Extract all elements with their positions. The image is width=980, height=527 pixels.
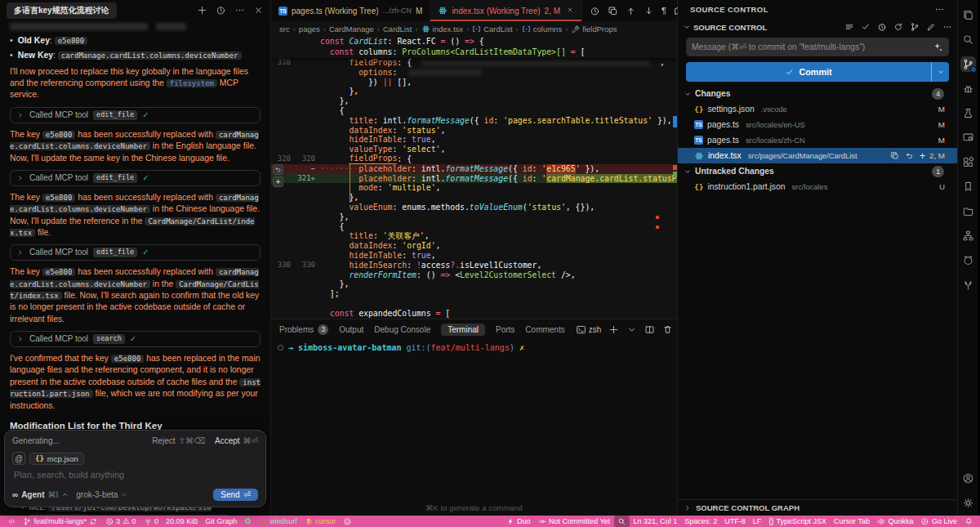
status-go-live[interactable]: Go Live <box>917 516 961 527</box>
status-remote[interactable] <box>3 516 20 527</box>
terminal-output[interactable]: → simboss-avatar-batman git:(feat/multi-… <box>271 339 677 356</box>
code-editor[interactable]: const CardList: React.FC = () => {const … <box>271 36 677 319</box>
status-encoding[interactable]: UTF-8 <box>721 516 750 527</box>
revert-block-button[interactable] <box>273 164 283 175</box>
close-icon[interactable] <box>566 6 574 16</box>
panel-tab-problems[interactable]: Problems3 <box>279 324 328 335</box>
scm-file-row[interactable]: {}instruction1.part.jsonsrc/localesU <box>678 179 957 194</box>
scm-group-header[interactable]: Untracked Changes1 <box>678 163 957 179</box>
breadcrumb-item[interactable]: CardManage <box>329 25 374 33</box>
status-quokka[interactable]: Quokka <box>873 516 917 527</box>
mcp-tool-call[interactable]: Called MCP toolsearch✓ <box>10 331 261 347</box>
editor-action-copy[interactable] <box>608 6 618 16</box>
breadcrumb-item[interactable]: src <box>279 25 290 33</box>
activity-files-button[interactable] <box>960 7 976 23</box>
file-action-copy[interactable] <box>890 151 899 160</box>
status-duo[interactable]: Duo <box>502 516 534 527</box>
reject-button[interactable]: Reject⇧⌘⌫ <box>152 436 205 445</box>
activity-coral-button[interactable] <box>960 277 976 293</box>
scm-action-dots[interactable] <box>942 22 952 32</box>
status-avatar[interactable] <box>340 516 356 527</box>
context-file-chip[interactable]: {}mcp.json <box>29 453 84 465</box>
activity-account-button[interactable] <box>960 471 976 486</box>
status-language[interactable]: {}TypeScript JSX <box>765 516 831 527</box>
activity-scm-button[interactable] <box>960 56 976 72</box>
panel-tab-output[interactable]: Output <box>339 325 363 334</box>
mcp-tool-call[interactable]: Called MCP tooledit_file✓ <box>10 107 261 123</box>
breadcrumb-item[interactable]: columns <box>522 25 562 33</box>
status-search[interactable] <box>614 516 630 527</box>
panel-tab-debug-console[interactable]: Debug Console <box>374 325 430 334</box>
status-ports[interactable]: 0 <box>140 516 163 527</box>
scm-action-scm[interactable] <box>910 22 920 32</box>
status-commit-status[interactable]: Not Committed Yet <box>534 516 614 527</box>
chat-session-tab[interactable]: 多语言key规范化流程讨论 <box>7 2 117 19</box>
editor-action-down[interactable] <box>644 6 654 16</box>
activity-search-button[interactable] <box>960 32 976 47</box>
editor-action-up[interactable] <box>626 6 636 16</box>
status-recycle[interactable]: ♻ <box>241 516 256 527</box>
scm-file-row[interactable]: index.tsxsrc/pages/CardManage/CardList+2… <box>678 148 957 163</box>
inline-code-key[interactable]: filesystem <box>167 79 217 87</box>
status-eol[interactable]: LF <box>749 516 765 527</box>
commit-message-input[interactable] <box>692 42 928 51</box>
more-actions-icon[interactable] <box>934 4 945 15</box>
editor-action-history[interactable] <box>590 6 600 16</box>
activity-gear-button[interactable] <box>960 495 976 511</box>
status-cursor-app[interactable]: cursor <box>301 516 340 527</box>
breadcrumb-item[interactable]: index.tsx <box>421 25 464 33</box>
scm-graph-section[interactable]: SOURCE CONTROL GRAPH <box>678 499 957 516</box>
chat-dots-button[interactable] <box>234 5 245 16</box>
status-problems[interactable]: 3⚠0 <box>101 516 140 527</box>
activity-bookmark-button[interactable] <box>960 179 976 194</box>
chat-history-button[interactable] <box>216 5 226 16</box>
overview-ruler[interactable] <box>672 36 677 319</box>
status-windsurf[interactable]: windsurf <box>255 516 301 527</box>
commit-button[interactable]: Commit <box>686 62 949 82</box>
status-notifications[interactable] <box>961 516 978 527</box>
scm-action-refresh[interactable] <box>893 22 903 32</box>
composer-input[interactable]: Plan, search, build anything <box>14 470 256 480</box>
scm-file-row[interactable]: {}settings.json.vscodeM <box>678 101 957 117</box>
mcp-tool-call[interactable]: Called MCP tooledit_file✓ <box>10 170 261 186</box>
scm-action-check[interactable] <box>861 22 871 32</box>
file-action-discard[interactable] <box>905 151 914 160</box>
shell-selector[interactable]: zsh <box>576 324 602 335</box>
add-context-button[interactable]: @ <box>12 452 25 465</box>
editor-tab-pages.ts[interactable]: TSpages.ts (Working Tree).../zh-CNM <box>271 0 430 21</box>
sparkle-icon[interactable] <box>933 42 943 52</box>
pilcrow-icon[interactable]: ¶ <box>662 6 666 16</box>
activity-bug-button[interactable] <box>960 81 976 96</box>
accept-button[interactable]: Accept⌘⏎ <box>215 436 258 445</box>
status-git-graph[interactable]: Git Graph <box>202 516 241 527</box>
activity-github-button[interactable] <box>960 252 976 268</box>
agent-mode-selector[interactable]: ∞Agent⌘I <box>12 490 69 499</box>
model-selector[interactable]: grok-3-beta <box>76 490 127 499</box>
panel-tab-comments[interactable]: Comments <box>525 325 564 334</box>
status-cursor-position[interactable]: Ln 321, Col 1 <box>630 516 681 527</box>
scm-file-row[interactable]: TSpages.tssrc/locales/en-USM <box>678 117 957 132</box>
mcp-tool-call[interactable]: Called MCP tooledit_file✓ <box>10 244 261 261</box>
scm-action-pencil[interactable] <box>926 22 936 32</box>
terminal-trash-button[interactable] <box>662 324 673 335</box>
chat-close-button[interactable] <box>253 5 264 16</box>
activity-beaker-button[interactable] <box>960 105 976 121</box>
stage-block-button[interactable]: + <box>273 176 283 187</box>
commit-dropdown[interactable] <box>931 62 949 82</box>
send-button[interactable]: Send⏎ <box>213 489 258 501</box>
status-size[interactable]: 20.09 KiB <box>163 516 202 527</box>
activity-folder-button[interactable] <box>960 203 976 219</box>
breadcrumb-item[interactable]: pages <box>299 25 320 33</box>
breadcrumb-item[interactable]: CardList <box>383 25 412 33</box>
activity-org-button[interactable] <box>960 228 976 243</box>
file-action-plus[interactable]: + <box>920 151 925 161</box>
status-indentation[interactable]: Spaces: 2 <box>681 516 721 527</box>
terminal-chevD-button[interactable] <box>626 324 637 335</box>
terminal-split-button[interactable] <box>644 324 655 335</box>
terminal-plus-button[interactable] <box>608 324 619 335</box>
status-git-branch[interactable]: feat/multi-langs* <box>20 516 102 527</box>
activity-ext-button[interactable] <box>960 154 976 170</box>
scm-file-row[interactable]: TSpages.tssrc/locales/zh-CNM <box>678 132 957 148</box>
panel-tab-ports[interactable]: Ports <box>496 325 514 334</box>
scm-section-header[interactable]: SOURCE CONTROL <box>678 19 957 35</box>
